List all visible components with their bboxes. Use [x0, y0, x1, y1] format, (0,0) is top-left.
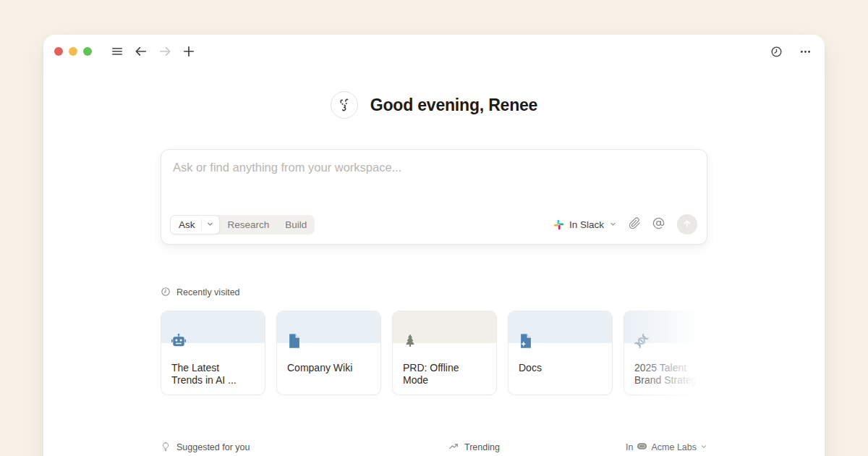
arrow-up-icon — [682, 219, 692, 231]
recently-visited-label: Recently visited — [176, 287, 240, 297]
recent-card[interactable]: Docs — [508, 311, 613, 395]
greeting: Good evening, Renee — [161, 91, 707, 119]
plus-icon — [182, 45, 195, 58]
workspace-prefix: In — [626, 442, 633, 452]
back-button[interactable] — [134, 44, 148, 59]
recent-card[interactable]: 2025 Talent Brand Strategy — [624, 311, 707, 395]
notion-ai-face-icon — [331, 91, 358, 119]
dna-icon — [634, 333, 650, 349]
chevron-down-icon — [609, 218, 617, 231]
titlebar — [43, 35, 825, 68]
recent-card-title: Docs — [509, 362, 598, 374]
ask-actions: In Slack — [553, 214, 697, 235]
new-tab-button[interactable] — [182, 44, 196, 59]
recent-card[interactable]: The Latest Trends in AI ... — [161, 311, 265, 395]
ask-input-card: Ask Research Build In Slack — [161, 149, 707, 245]
recent-card-title: Company Wiki — [277, 362, 367, 374]
page-plus-icon — [518, 333, 534, 349]
minimize-window-button[interactable] — [69, 47, 77, 56]
suggested-label: Suggested for you — [176, 442, 250, 452]
lightbulb-icon — [161, 442, 171, 454]
mode-research-button[interactable]: Research — [220, 215, 278, 235]
send-button[interactable] — [677, 214, 697, 235]
chevron-down-icon — [700, 442, 707, 452]
titlebar-left-controls — [54, 44, 196, 59]
sidebar-toggle-button[interactable] — [110, 44, 124, 59]
slack-icon — [553, 219, 564, 230]
context-label: In Slack — [569, 219, 604, 230]
attach-button[interactable] — [629, 217, 641, 232]
mode-switch: Ask Research Build — [170, 215, 315, 235]
greeting-title: Good evening, Renee — [370, 96, 537, 115]
back-arrow-icon — [135, 45, 148, 58]
mode-build-button[interactable]: Build — [277, 215, 315, 235]
ellipsis-icon — [799, 46, 812, 58]
workspace-filter-dropdown[interactable]: In Acme Labs — [626, 441, 707, 454]
recently-visited-header: Recently visited — [161, 286, 707, 299]
footer-section-headers: Suggested for you Trending In Acme Labs — [161, 441, 707, 454]
chevron-down-icon[interactable] — [202, 218, 219, 231]
clock-icon — [161, 287, 171, 299]
ask-input[interactable] — [161, 150, 707, 214]
recent-card[interactable]: Company Wiki — [276, 311, 381, 395]
close-window-button[interactable] — [54, 47, 63, 56]
paperclip-icon — [629, 217, 641, 232]
at-sign-icon — [652, 217, 665, 232]
context-picker[interactable]: In Slack — [553, 218, 617, 231]
recently-visited-carousel: The Latest Trends in AI ...Company WikiP… — [161, 311, 707, 396]
more-options-button[interactable] — [798, 44, 812, 59]
ask-toolbar: Ask Research Build In Slack — [161, 214, 707, 244]
recent-card-title: 2025 Talent Brand Strategy — [624, 362, 707, 387]
trending-header: Trending In Acme Labs — [448, 441, 707, 454]
hamburger-icon — [111, 45, 124, 58]
recent-card-title: The Latest Trends in AI ... — [161, 362, 251, 387]
home-content: Good evening, Renee Ask Research Build — [161, 91, 707, 456]
mention-button[interactable] — [652, 217, 665, 232]
page-icon — [286, 333, 302, 349]
tree-icon — [402, 333, 418, 349]
trending-label: Trending — [464, 442, 500, 452]
acme-labs-logo-icon — [637, 441, 647, 454]
app-window: Good evening, Renee Ask Research Build — [43, 35, 825, 456]
window-controls — [54, 47, 92, 56]
mode-ask-label: Ask — [171, 219, 201, 230]
history-button[interactable] — [769, 44, 783, 59]
recent-card-title: PRD: Offline Mode — [393, 362, 482, 387]
robot-icon — [171, 333, 187, 349]
suggested-for-you-header: Suggested for you — [161, 441, 420, 454]
workspace-name: Acme Labs — [651, 442, 697, 452]
recent-cards-track: The Latest Trends in AI ...Company WikiP… — [161, 311, 707, 395]
history-clock-icon — [770, 46, 783, 58]
mode-ask-button[interactable]: Ask — [170, 215, 220, 235]
forward-arrow-icon — [158, 45, 171, 58]
ai-face-glyph — [336, 96, 353, 114]
titlebar-right-controls — [769, 44, 812, 59]
trending-up-icon — [448, 442, 459, 454]
zoom-window-button[interactable] — [83, 47, 92, 56]
recent-card[interactable]: PRD: Offline Mode — [392, 311, 497, 395]
forward-button[interactable] — [158, 44, 172, 59]
